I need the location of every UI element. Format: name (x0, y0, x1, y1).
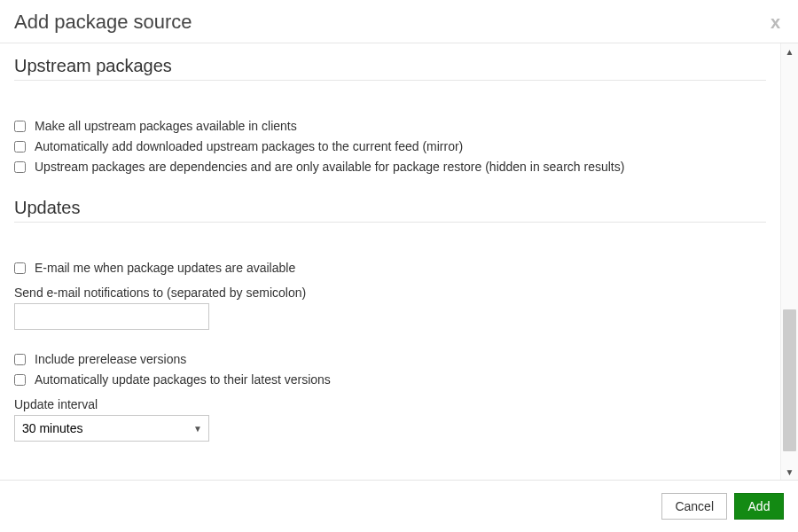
dialog-body: Upstream packages Make all upstream pack… (0, 43, 780, 480)
label-make-available[interactable]: Make all upstream packages available in … (35, 119, 297, 133)
label-auto-update-latest[interactable]: Automatically update packages to their l… (35, 372, 331, 387)
checkbox-row-include-prerelease: Include prerelease versions (14, 352, 766, 366)
label-deps-only[interactable]: Upstream packages are dependencies and a… (35, 160, 624, 174)
vertical-scrollbar[interactable]: ▲ ▼ (780, 43, 798, 480)
label-email-to: Send e-mail notifications to (separated … (14, 286, 766, 300)
scroll-up-icon[interactable]: ▲ (781, 43, 798, 59)
dialog-header: Add package source x (0, 0, 798, 43)
checkbox-make-available[interactable] (14, 121, 26, 132)
checkbox-auto-update-latest[interactable] (14, 374, 26, 386)
label-include-prerelease[interactable]: Include prerelease versions (35, 352, 186, 366)
section-heading-upstream: Upstream packages (14, 56, 766, 81)
checkbox-row-make-available: Make all upstream packages available in … (14, 119, 766, 133)
checkbox-deps-only[interactable] (14, 161, 26, 173)
cancel-button[interactable]: Cancel (661, 493, 727, 520)
checkbox-row-email-notify: E-mail me when package updates are avail… (14, 261, 766, 275)
dialog-title: Add package source (14, 11, 192, 34)
checkbox-include-prerelease[interactable] (14, 354, 26, 365)
checkbox-email-notify[interactable] (14, 262, 26, 274)
dialog-footer: Cancel Add (0, 480, 798, 532)
label-auto-add-mirror[interactable]: Automatically add downloaded upstream pa… (35, 139, 463, 153)
select-update-interval[interactable]: 30 minutes (14, 415, 209, 442)
select-wrap-update-interval: 30 minutes ▼ (14, 415, 209, 442)
checkbox-row-auto-add-mirror: Automatically add downloaded upstream pa… (14, 139, 766, 153)
add-button[interactable]: Add (734, 493, 784, 520)
dialog-body-wrap: Upstream packages Make all upstream pack… (0, 43, 798, 480)
scroll-down-icon[interactable]: ▼ (781, 464, 798, 480)
add-package-source-dialog: Add package source x Upstream packages M… (0, 0, 798, 532)
label-update-interval: Update interval (14, 397, 766, 411)
input-email-to[interactable] (14, 303, 209, 330)
label-email-notify[interactable]: E-mail me when package updates are avail… (35, 261, 295, 275)
checkbox-row-deps-only: Upstream packages are dependencies and a… (14, 160, 766, 174)
checkbox-auto-add-mirror[interactable] (14, 141, 26, 153)
checkbox-row-auto-update-latest: Automatically update packages to their l… (14, 372, 766, 387)
section-heading-updates: Updates (14, 198, 766, 223)
scroll-thumb[interactable] (783, 309, 796, 451)
close-icon[interactable]: x (767, 13, 784, 31)
